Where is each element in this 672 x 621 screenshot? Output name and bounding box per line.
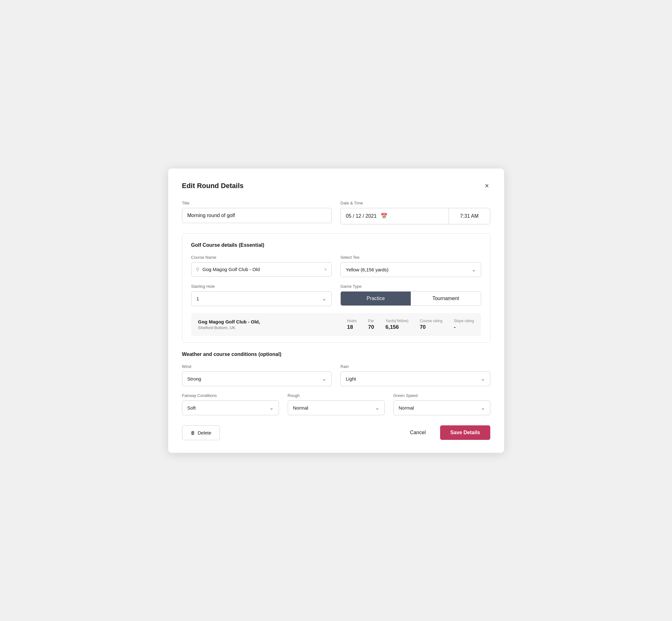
course-name-input[interactable]: ⚲ Gog Magog Golf Club - Old × [191,262,332,277]
rain-dropdown[interactable]: Light ⌄ [340,371,490,386]
course-rating-label: Course rating [420,319,442,323]
chevron-down-icon-rough: ⌄ [375,405,379,411]
footer-row: 🗑 Delete Cancel Save Details [182,425,490,440]
yards-label: Yards(Yellow) [385,319,409,323]
stat-course-rating: Course rating 70 [420,319,442,330]
wind-group: Wind Strong ⌄ [182,364,332,386]
course-tee-row: Course Name ⚲ Gog Magog Golf Club - Old … [191,255,481,277]
modal-header: Edit Round Details × [182,181,490,191]
game-type-label: Game Type [340,284,481,289]
tournament-toggle-button[interactable]: Tournament [411,292,481,305]
green-speed-label: Green Speed [393,393,490,398]
date-time-container: 05 / 12 / 2021 📅 7:31 AM [340,208,490,224]
trash-icon: 🗑 [191,430,195,436]
chevron-down-icon-green: ⌄ [481,405,485,411]
wind-rain-row: Wind Strong ⌄ Rain Light ⌄ [182,364,490,386]
date-field[interactable]: 05 / 12 / 2021 📅 [341,208,449,224]
chevron-down-icon-hole: ⌄ [322,296,326,302]
select-tee-group: Select Tee Yellow (6,156 yards) ⌄ [340,255,481,277]
delete-button[interactable]: 🗑 Delete [182,425,220,440]
title-input[interactable] [182,208,332,223]
course-info-location: Shelford Bottom, UK [198,325,347,330]
close-button[interactable]: × [484,181,490,191]
green-speed-dropdown[interactable]: Normal ⌄ [393,401,490,415]
rough-group: Rough Normal ⌄ [288,393,385,415]
green-speed-group: Green Speed Normal ⌄ [393,393,490,415]
weather-section: Weather and course conditions (optional)… [182,351,490,415]
slope-rating-label: Slope rating [454,319,474,323]
course-info-bar: Gog Magog Golf Club - Old, Shelford Bott… [191,313,481,336]
green-speed-value: Normal [399,405,414,411]
starting-hole-label: Starting Hole [191,284,332,289]
chevron-down-icon: ⌄ [472,266,476,273]
stat-par: Par 70 [368,319,374,330]
game-type-group: Game Type Practice Tournament [340,284,481,306]
select-tee-label: Select Tee [340,255,481,260]
footer-right: Cancel Save Details [404,425,490,440]
fairway-value: Soft [187,405,196,411]
slope-rating-value: - [454,324,456,330]
rain-label: Rain [340,364,490,369]
holes-label: Holes [347,319,357,323]
hole-gametype-row: Starting Hole 1 ⌄ Game Type Practice Tou… [191,284,481,306]
course-stats: Holes 18 Par 70 Yards(Yellow) 6,156 Cour… [347,319,474,330]
yards-value: 6,156 [385,324,399,330]
holes-value: 18 [347,324,353,330]
fairway-rough-green-row: Fairway Conditions Soft ⌄ Rough Normal ⌄… [182,393,490,415]
date-time-label: Date & Time [340,201,490,205]
course-info-main: Gog Magog Golf Club - Old, Shelford Bott… [198,319,347,330]
rough-dropdown[interactable]: Normal ⌄ [288,401,385,415]
wind-label: Wind [182,364,332,369]
fairway-label: Fairway Conditions [182,393,279,398]
rough-value: Normal [293,405,308,411]
par-value: 70 [368,324,374,330]
chevron-down-icon-wind: ⌄ [322,376,326,382]
starting-hole-value: 1 [197,296,199,301]
stat-slope-rating: Slope rating - [454,319,474,330]
course-rating-value: 70 [420,324,426,330]
course-name-clear-icon[interactable]: × [324,266,327,272]
chevron-down-icon-fairway: ⌄ [269,405,274,411]
edit-round-modal: Edit Round Details × Title Date & Time 0… [168,168,504,453]
starting-hole-dropdown[interactable]: 1 ⌄ [191,291,332,306]
calendar-icon: 📅 [380,213,387,220]
select-tee-dropdown[interactable]: Yellow (6,156 yards) ⌄ [340,262,481,277]
fairway-group: Fairway Conditions Soft ⌄ [182,393,279,415]
modal-title: Edit Round Details [182,182,244,190]
title-label: Title [182,201,332,205]
rain-value: Light [346,376,356,381]
time-field[interactable]: 7:31 AM [449,208,490,224]
rough-label: Rough [288,393,385,398]
par-label: Par [368,319,374,323]
course-name-group: Course Name ⚲ Gog Magog Golf Club - Old … [191,255,332,277]
weather-section-title: Weather and course conditions (optional) [182,351,490,357]
title-date-row: Title Date & Time 05 / 12 / 2021 📅 7 [182,201,490,224]
cancel-button[interactable]: Cancel [404,425,431,440]
game-type-toggle: Practice Tournament [340,291,481,306]
date-time-field-group: Date & Time 05 / 12 / 2021 📅 7:31 AM [340,201,490,224]
stat-yards: Yards(Yellow) 6,156 [385,319,409,330]
date-value: 05 / 12 / 2021 [346,213,377,219]
course-name-label: Course Name [191,255,332,260]
wind-value: Strong [187,376,201,381]
time-value: 7:31 AM [460,213,478,219]
course-info-name: Gog Magog Golf Club - Old, [198,319,347,324]
rain-group: Rain Light ⌄ [340,364,490,386]
course-name-value: Gog Magog Golf Club - Old [203,266,321,272]
save-button[interactable]: Save Details [440,425,490,440]
stat-holes: Holes 18 [347,319,357,330]
chevron-down-icon-rain: ⌄ [481,376,485,382]
practice-toggle-button[interactable]: Practice [341,292,411,305]
golf-course-section-title: Golf Course details (Essential) [191,242,481,248]
golf-course-section: Golf Course details (Essential) Course N… [182,233,490,343]
wind-dropdown[interactable]: Strong ⌄ [182,371,332,386]
starting-hole-group: Starting Hole 1 ⌄ [191,284,332,306]
select-tee-value: Yellow (6,156 yards) [346,267,388,272]
search-icon: ⚲ [196,266,199,272]
fairway-dropdown[interactable]: Soft ⌄ [182,401,279,415]
title-field-group: Title [182,201,332,224]
